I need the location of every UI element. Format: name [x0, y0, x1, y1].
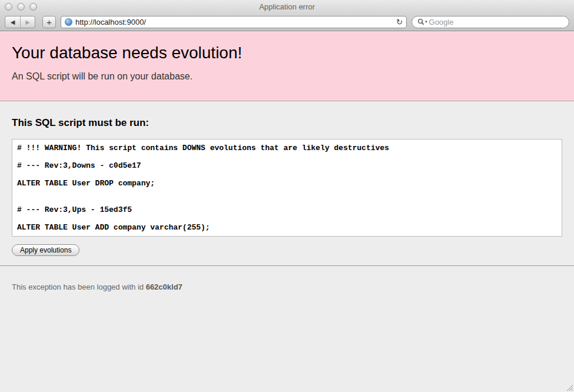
back-arrow-icon: ◀: [11, 19, 15, 25]
magnifier-glyph: [417, 18, 424, 25]
url-input[interactable]: [75, 18, 393, 26]
back-button[interactable]: ◀: [5, 16, 20, 28]
page-subtitle: An SQL script will be run on your databa…: [12, 71, 562, 82]
window-titlebar[interactable]: Application error: [0, 0, 574, 13]
search-engine-chevron-icon: ▾: [425, 19, 427, 24]
script-section: This SQL script must be run: # !!! WARNI…: [0, 117, 574, 256]
window-title: Application error: [0, 2, 574, 11]
sql-script-box: # !!! WARNING! This script contains DOWN…: [12, 139, 562, 237]
forward-arrow-icon: ▶: [25, 19, 30, 25]
browser-toolbar: ◀ ▶ + ↻ ▾: [0, 13, 574, 31]
sql-script: # !!! WARNING! This script contains DOWN…: [17, 144, 557, 232]
browser-window: Application error ◀ ▶ + ↻: [0, 0, 574, 392]
script-heading: This SQL script must be run:: [12, 117, 562, 129]
forward-button[interactable]: ▶: [20, 16, 35, 28]
search-bar[interactable]: ▾: [412, 16, 569, 28]
page-title: Your database needs evolution!: [12, 44, 562, 62]
exception-id: 662c0kld7: [146, 283, 183, 291]
address-bar[interactable]: ↻: [61, 16, 407, 28]
reload-icon: ↻: [396, 18, 403, 26]
resize-grip[interactable]: [565, 383, 573, 391]
reload-button[interactable]: ↻: [396, 18, 403, 26]
evolution-banner: Your database needs evolution! An SQL sc…: [0, 31, 574, 101]
exception-text: This exception has been logged with id: [12, 283, 146, 291]
apply-evolutions-button[interactable]: Apply evolutions: [12, 244, 79, 256]
search-input[interactable]: [429, 18, 563, 26]
page-content: Your database needs evolution! An SQL sc…: [0, 31, 574, 392]
new-tab-button[interactable]: +: [42, 16, 56, 28]
globe-icon: [65, 18, 72, 26]
search-icon[interactable]: ▾: [417, 18, 427, 25]
nav-buttons: ◀ ▶: [5, 16, 35, 28]
plus-icon: +: [47, 17, 52, 27]
exception-footer: This exception has been logged with id 6…: [0, 265, 574, 292]
